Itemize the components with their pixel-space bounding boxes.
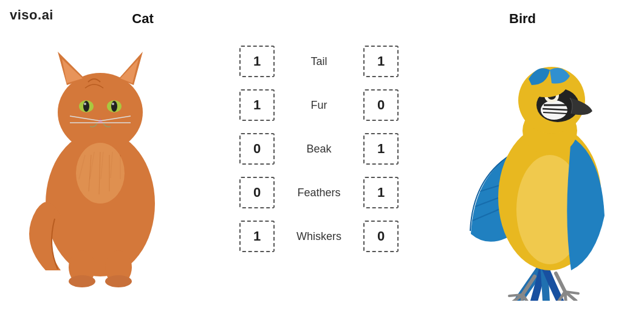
bird-value-feathers: 1 bbox=[363, 177, 399, 208]
bird-value-beak: 1 bbox=[363, 133, 399, 165]
feature-label-fur: Fur bbox=[286, 99, 352, 112]
bird-value-whiskers: 0 bbox=[363, 221, 399, 252]
feature-label-tail: Tail bbox=[286, 55, 352, 68]
feature-table: 1Tail11Fur00Beak10Feathers11Whiskers0 bbox=[182, 46, 456, 252]
svg-line-50 bbox=[509, 295, 522, 296]
feature-label-beak: Beak bbox=[286, 143, 352, 156]
bird-value-fur: 0 bbox=[363, 89, 399, 121]
logo: viso.ai bbox=[10, 7, 53, 23]
bird-value-tail: 1 bbox=[363, 46, 399, 77]
feature-label-feathers: Feathers bbox=[286, 187, 352, 199]
cat-value-tail: 1 bbox=[239, 46, 275, 77]
svg-point-13 bbox=[83, 101, 89, 112]
cat-value-whiskers: 1 bbox=[239, 221, 275, 252]
cat-value-fur: 1 bbox=[239, 89, 275, 121]
cat-value-feathers: 0 bbox=[239, 177, 275, 208]
svg-point-14 bbox=[111, 101, 117, 112]
bird-image bbox=[462, 33, 626, 301]
feature-label-whiskers: Whiskers bbox=[286, 230, 352, 243]
svg-point-24 bbox=[69, 275, 95, 287]
cat-image bbox=[24, 33, 176, 289]
svg-point-15 bbox=[84, 103, 86, 105]
cat-value-beak: 0 bbox=[239, 133, 275, 165]
feature-row: 1Whiskers0 bbox=[182, 221, 456, 252]
cat-label: Cat bbox=[94, 11, 191, 27]
svg-point-16 bbox=[112, 103, 114, 105]
feature-row: 0Feathers1 bbox=[182, 177, 456, 208]
svg-point-25 bbox=[105, 275, 132, 287]
svg-point-6 bbox=[58, 73, 143, 152]
feature-row: 0Beak1 bbox=[182, 133, 456, 165]
feature-row: 1Tail1 bbox=[182, 46, 456, 77]
feature-row: 1Fur0 bbox=[182, 89, 456, 121]
bird-label: Bird bbox=[474, 11, 571, 27]
